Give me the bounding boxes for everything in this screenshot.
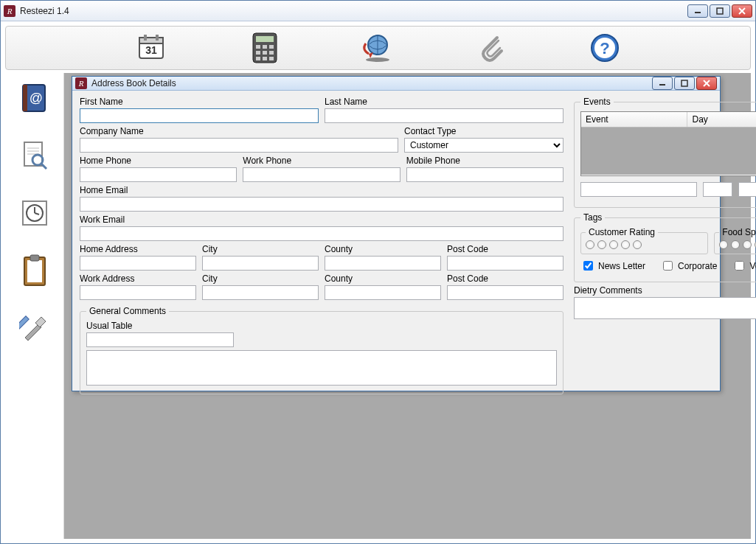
- home-city-input[interactable]: [202, 256, 319, 271]
- svg-point-23: [366, 57, 389, 62]
- svg-rect-1: [717, 8, 723, 14]
- dialog-icon: R: [75, 77, 87, 89]
- food-spend-group: Food Spend: [714, 227, 756, 254]
- first-name-input[interactable]: [80, 108, 319, 123]
- dialog-title: Address Book Details: [91, 78, 652, 88]
- clock-icon[interactable]: [17, 195, 52, 231]
- calculator-icon[interactable]: [247, 30, 282, 66]
- general-comments-textarea[interactable]: [86, 350, 557, 386]
- app-icon: R: [4, 5, 15, 17]
- events-header: Event Day Month Comment: [581, 112, 756, 128]
- work-email-label: Work Email: [80, 215, 563, 225]
- corporate-checkbox[interactable]: Corporate: [660, 259, 717, 273]
- home-county-label: County: [325, 244, 441, 254]
- svg-rect-18: [263, 57, 267, 60]
- event-month-input[interactable]: [738, 182, 756, 197]
- svg-rect-17: [256, 57, 260, 60]
- home-postcode-input[interactable]: [447, 256, 563, 271]
- svg-rect-13: [269, 45, 274, 49]
- event-day-input[interactable]: [703, 182, 732, 197]
- svg-rect-7: [156, 35, 159, 41]
- window-controls: [687, 4, 752, 18]
- globe-icon[interactable]: [360, 30, 395, 66]
- vegetarian-checkbox[interactable]: Vegetarian: [732, 259, 756, 273]
- work-postcode-label: Post Code: [447, 273, 563, 284]
- food-spend-radios[interactable]: [719, 240, 756, 249]
- dialog-maximize-button[interactable]: [674, 77, 695, 90]
- work-address-label: Work Address: [80, 273, 196, 284]
- work-city-input[interactable]: [202, 285, 319, 300]
- dialog-close-button[interactable]: [696, 77, 717, 90]
- work-postcode-input[interactable]: [447, 285, 563, 300]
- customer-rating-radios[interactable]: [586, 240, 703, 249]
- top-toolbar: 31: [5, 26, 751, 70]
- home-postcode-label: Post Code: [447, 244, 563, 254]
- mobile-phone-label: Mobile Phone: [406, 156, 563, 166]
- home-address-label: Home Address: [80, 244, 196, 254]
- dialog-titlebar: R Address Book Details: [72, 77, 720, 91]
- svg-rect-41: [27, 260, 42, 282]
- search-document-icon[interactable]: [17, 138, 52, 173]
- dietry-comments-label: Dietry Comments: [574, 285, 756, 296]
- left-column: First Name Last Name Compan: [80, 97, 563, 394]
- events-col-day[interactable]: Day: [687, 112, 756, 127]
- svg-text:?: ?: [600, 39, 609, 57]
- contact-type-label: Contact Type: [404, 126, 563, 136]
- tags-legend: Tags: [580, 212, 605, 223]
- dialog-window-controls: [652, 77, 717, 90]
- home-email-label: Home Email: [80, 185, 563, 195]
- address-book-dialog: R Address Book Details: [72, 76, 721, 391]
- work-phone-input[interactable]: [243, 167, 400, 182]
- mobile-phone-input[interactable]: [406, 167, 563, 182]
- svg-rect-16: [269, 51, 274, 55]
- svg-rect-11: [256, 45, 260, 49]
- home-email-input[interactable]: [80, 197, 563, 212]
- work-city-label: City: [202, 273, 319, 284]
- close-button[interactable]: [732, 4, 752, 18]
- home-county-input[interactable]: [325, 256, 441, 271]
- app-title: Resteezi 1.4: [20, 6, 687, 16]
- app-window: R Resteezi 1.4 31: [0, 0, 756, 544]
- dialog-minimize-button[interactable]: [652, 77, 673, 90]
- last-name-label: Last Name: [325, 97, 563, 107]
- right-column: Events Event Day Month Comment: [574, 97, 756, 394]
- general-comments-legend: General Comments: [86, 306, 169, 316]
- home-phone-input[interactable]: [80, 167, 237, 182]
- work-county-input[interactable]: [325, 285, 441, 300]
- svg-rect-28: [23, 85, 27, 111]
- dietry-comments-textarea[interactable]: [574, 297, 756, 319]
- last-name-input[interactable]: [325, 108, 563, 123]
- work-email-input[interactable]: [80, 226, 563, 241]
- usual-table-input[interactable]: [86, 332, 234, 347]
- main-area: @: [5, 73, 751, 539]
- svg-rect-19: [269, 57, 274, 60]
- paperclip-icon[interactable]: [474, 30, 509, 66]
- vegetarian-label: Vegetarian: [749, 261, 756, 271]
- help-icon[interactable]: ?: [587, 30, 623, 66]
- address-book-icon[interactable]: @: [17, 80, 52, 116]
- events-col-event[interactable]: Event: [581, 112, 687, 127]
- work-address-input[interactable]: [80, 285, 196, 300]
- event-name-input[interactable]: [580, 182, 697, 197]
- clipboard-icon[interactable]: [17, 253, 52, 288]
- minimize-button[interactable]: [687, 4, 708, 18]
- app-titlebar: R Resteezi 1.4: [1, 1, 755, 21]
- tools-icon[interactable]: [17, 310, 52, 346]
- work-county-label: County: [325, 273, 441, 284]
- svg-rect-6: [144, 35, 147, 41]
- events-table: Event Day Month Comment: [580, 111, 756, 176]
- maximize-button[interactable]: [710, 4, 730, 18]
- svg-text:31: 31: [145, 44, 157, 56]
- calendar-icon[interactable]: 31: [133, 30, 169, 66]
- company-name-input[interactable]: [80, 138, 398, 153]
- home-city-label: City: [202, 244, 319, 254]
- app-body: 31: [1, 21, 755, 543]
- events-legend: Events: [580, 97, 614, 107]
- svg-rect-10: [256, 36, 274, 42]
- newsletter-checkbox[interactable]: News Letter: [580, 259, 645, 273]
- general-comments-group: General Comments Usual Table: [80, 306, 563, 394]
- contact-type-select[interactable]: Customer: [404, 138, 563, 153]
- home-phone-label: Home Phone: [80, 156, 237, 166]
- svg-rect-15: [263, 51, 267, 55]
- home-address-input[interactable]: [80, 256, 196, 271]
